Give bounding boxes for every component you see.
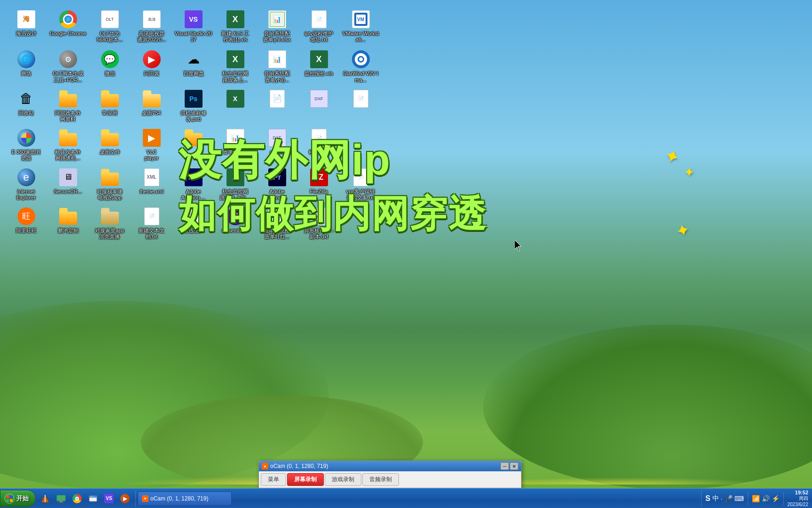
icon-connect-tv[interactable]: 对接福泰隆电视的app	[90, 166, 130, 203]
icon-sound-sys2[interactable]: 📊 音响系统配置单yhl(l...	[257, 48, 297, 85]
icon-vlc[interactable]: ▶ VLCplayer	[132, 126, 172, 163]
icon-connect-home[interactable]: 对接家里app洪亮直播	[90, 205, 130, 242]
taskbar-btn-desktop[interactable]	[54, 492, 69, 506]
icon-monitor-price[interactable]: X 监控报价.xls	[299, 48, 339, 85]
icon-recycle[interactable]: 🗑 回收站	[6, 87, 46, 124]
icon-penghong[interactable]: 鹏鸿定制	[48, 205, 88, 242]
icon-sound-sys[interactable]: 📊 音响系统配置单yhl.xlsx	[257, 8, 297, 45]
icon-sound3[interactable]: 📄	[257, 87, 297, 124]
taskbar-btn-chrome[interactable]	[70, 492, 85, 506]
icon-cam[interactable]	[173, 126, 213, 163]
ocam-title-left: ● oCam (0, 1, 1280, 719)	[262, 463, 328, 469]
desktop: 海 海迅设计 Google Chrome OLT OLT华为5680超本... …	[0, 0, 812, 508]
icon-dxf1[interactable]: DXF	[299, 87, 339, 124]
icon-360[interactable]: E 360速览浏览器	[6, 126, 46, 163]
icon-google-chrome[interactable]: Google Chrome	[48, 8, 88, 45]
icon-olt-script-label: OLT脚本生成工具+FOR...	[53, 71, 83, 83]
icon-haixin-prod[interactable]: 海 海迅生产	[173, 205, 213, 242]
icon-network[interactable]: 🌐 网络	[6, 48, 46, 85]
icon-drone[interactable]: X	[215, 87, 255, 124]
tray-icon-sougou[interactable]: S	[705, 494, 710, 503]
tray-divider	[748, 492, 748, 505]
start-label: 开始	[16, 494, 29, 503]
tray-icon-network[interactable]: 📶	[752, 495, 760, 502]
icon-vmware-label: VMware Workstati...	[342, 31, 380, 43]
icon-parasite-net[interactable]: X 杭生监控网路设备上...	[215, 48, 255, 85]
ocam-menu-button[interactable]: 菜单	[261, 473, 286, 486]
taskbar-btn-explorer[interactable]	[86, 492, 101, 506]
icon-securecrt[interactable]: 🖥 SecureCR...	[48, 166, 88, 203]
icon-common-app[interactable]: 常应用	[90, 87, 130, 124]
svg-rect-2	[6, 495, 9, 498]
icon-vpn-doc[interactable]: 📄 vpn客户端链接的文案.txt	[341, 166, 381, 203]
icon-dxf2[interactable]: DXF e0.dxf	[257, 126, 297, 163]
quick-launch: VS ▶	[38, 490, 136, 507]
icon-sound-red[interactable]: 📊 置单叶红...	[215, 126, 255, 163]
tray-icon-zh[interactable]: 中	[712, 494, 719, 503]
icon-alibaba[interactable]: 旺 阿里旺旺	[6, 205, 46, 242]
tray-date: 周四	[788, 495, 809, 502]
icon-desktop754[interactable]: 桌面754	[132, 87, 172, 124]
icon-baidu-cloud[interactable]: ☁ 百度网盘	[173, 48, 213, 85]
icon-main-site[interactable]: 📄 楼板主...	[299, 126, 339, 163]
icon-securecrt-label: SecureCR...	[54, 189, 82, 195]
ocam-controls: ─ ✕	[500, 462, 518, 470]
icon-dxf-copy[interactable]: DXF 异形板件18 -副本.dxf	[299, 205, 339, 242]
icon-starwind[interactable]: StarWind V2V Ima...	[341, 48, 381, 85]
icon-hdtv[interactable]: 高清 高清电视普通源20220...	[132, 8, 172, 45]
ocam-window[interactable]: ● oCam (0, 1, 1280, 719) ─ ✕ 菜单 屏幕录制 游戏录…	[258, 460, 522, 488]
icon-gov-external[interactable]: 阿间政务外网资料	[48, 87, 88, 124]
icon-olt-script[interactable]: ⚙ OLT脚本生成工具+FOR...	[48, 48, 88, 85]
icon-common-app-label: 常应用	[102, 110, 117, 116]
taskbar-ocam-label: oCam (0, 1, 1280, 719)	[150, 495, 208, 502]
taskbar: 开始	[0, 488, 812, 508]
ocam-screen-record-button[interactable]: 屏幕录制	[287, 473, 324, 486]
icon-blank1[interactable]: 📄	[341, 87, 381, 124]
icon-olt-hua[interactable]: OLT OLT华为5680超本...	[90, 8, 130, 45]
icon-new-txt[interactable]: 📄 新建文本文档.txt	[132, 205, 172, 242]
icon-wechat[interactable]: 💬 微信	[90, 48, 130, 85]
taskbar-ocam-window[interactable]: ● oCam (0, 1, 1280, 719)	[138, 492, 232, 506]
icon-closemix[interactable]: S closemixti...	[215, 205, 255, 242]
ocam-game-record-button[interactable]: 游戏录制	[325, 473, 361, 486]
ocam-minimize-btn[interactable]: ─	[500, 462, 509, 470]
icon-ie[interactable]: e InternetExplorer	[6, 166, 46, 203]
icon-adobe-au[interactable]: Au AdobeAudition ...	[173, 166, 213, 203]
icon-baidu-cloud-label: 百度网盘	[183, 71, 204, 77]
tray-time: 19:52	[788, 490, 809, 495]
icon-theme-xml[interactable]: XML theme.xml	[132, 166, 172, 203]
icon-wendian[interactable]: ▶ 问田裳	[132, 48, 172, 85]
icon-sound-red2[interactable]: 📊 音响系统配置单叶红...	[257, 205, 297, 242]
icon-wendian-label: 问田裳	[144, 71, 159, 77]
icon-adobe-pr[interactable]: Pr AdobePremie...	[257, 166, 297, 203]
icon-iptv[interactable]: 📄 iptv远程维护地址.txt	[299, 8, 339, 45]
icon-vmware[interactable]: VM VMware Workstati...	[341, 8, 381, 45]
taskbar-btn-start[interactable]	[38, 492, 53, 506]
icon-gov-hacker[interactable]: 献县攻务外网跳通机...	[48, 126, 88, 163]
tray-icon-cloud[interactable]: ⚡	[772, 495, 780, 502]
svg-rect-8	[57, 495, 65, 501]
svg-rect-5	[10, 499, 13, 502]
taskbar-btn-app[interactable]: ▶	[117, 492, 133, 506]
ocam-close-btn[interactable]: ✕	[510, 462, 518, 470]
ocam-audio-record-button[interactable]: 音频录制	[362, 473, 399, 486]
icon-haixin-design[interactable]: 海 海迅设计	[6, 8, 46, 45]
tray-icon-keyboard[interactable]: ⌨	[734, 495, 744, 502]
icon-server-psd[interactable]: Ps 供机迪标修改.psd	[173, 87, 213, 124]
tray-icon-speaker[interactable]: 🔊	[762, 495, 770, 502]
icon-vs2017[interactable]: VS Visual Studio 2017	[173, 8, 213, 45]
icon-adobe-pr-label: AdobePremie...	[266, 189, 287, 201]
icon-olt-label: OLT华为5680超本...	[97, 31, 123, 43]
icon-new-xls[interactable]: X 新建 XLS 工作表(1).xls	[215, 8, 255, 45]
icon-parasite-net2[interactable]: X 杭生监控网路设备上架...	[215, 166, 255, 203]
desktop-icons-area: 海 海迅设计 Google Chrome OLT OLT华为5680超本... …	[0, 0, 812, 489]
taskbar-btn-vs[interactable]: VS	[102, 492, 117, 506]
start-button[interactable]: 开始	[0, 490, 36, 507]
icon-vpn-doc-label: vpn客户端链接的文案.txt	[346, 189, 375, 201]
ocam-titlebar: ● oCam (0, 1, 1280, 719) ─ ✕	[259, 461, 521, 471]
icon-filezilla[interactable]: FZ FileZilla	[299, 166, 339, 203]
tray-clock[interactable]: 19:52 周四 2023/6/22	[788, 490, 809, 507]
tray-icon-mic[interactable]: 🎤	[725, 495, 733, 502]
tray-divider2	[783, 492, 784, 505]
icon-desktop-files[interactable]: 桌面文件	[90, 126, 130, 163]
